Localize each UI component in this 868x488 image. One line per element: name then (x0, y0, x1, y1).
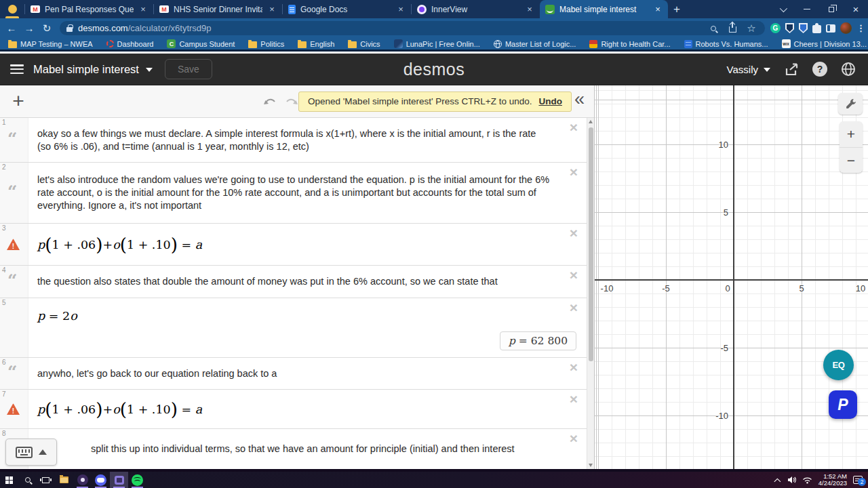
scrollbar-thumb[interactable] (589, 127, 593, 361)
bookmark-star-icon[interactable] (745, 22, 758, 35)
zoom-out-button[interactable] (840, 147, 863, 173)
graph-paper[interactable]: -10 -5 0 5 10 10 5 -5 -10 P (595, 85, 868, 469)
equatio-button[interactable] (823, 350, 854, 380)
tray-expand-icon[interactable] (774, 478, 781, 485)
minimize-button[interactable] (795, 0, 819, 18)
tab-close-icon[interactable] (525, 5, 534, 14)
row-gutter[interactable]: 1 (0, 118, 28, 162)
add-expression-button[interactable] (7, 89, 30, 113)
row-gutter[interactable]: 6 (0, 358, 28, 389)
zoom-in-button[interactable] (840, 121, 863, 147)
bookmark-campus-student[interactable]: Campus Student (167, 39, 235, 48)
keyboard-toggle-button[interactable] (5, 439, 57, 466)
wifi-icon[interactable] (802, 476, 812, 484)
graph-settings-button[interactable] (838, 93, 863, 115)
expression-row-4[interactable]: 4 the question also states that double t… (0, 266, 587, 298)
expression-row-5[interactable]: 5 p = 2o p = 62 800 (0, 298, 587, 358)
delete-expression-icon[interactable] (570, 165, 578, 179)
menu-hamburger-icon[interactable] (10, 64, 24, 74)
tab-close-icon[interactable] (653, 5, 663, 14)
shield-extension-icon-2[interactable] (799, 23, 808, 33)
bookmark-cheers[interactable]: Cheers | Division 13... (782, 39, 867, 48)
bookmark-lunapic[interactable]: LunaPic | Free Onlin... (394, 39, 480, 48)
tab-close-icon[interactable] (396, 5, 406, 14)
bookmark-master-list[interactable]: Master List of Logic... (494, 40, 576, 48)
tab-nhs-dinner[interactable]: NHS Senior Dinner Invitation - va (154, 0, 282, 18)
bookmark-dashboard[interactable]: Dashboard (106, 40, 154, 48)
browser-menu-icon[interactable] (856, 23, 863, 33)
language-globe-icon[interactable] (841, 62, 856, 77)
expression-row-7[interactable]: 7 p(1 + .06)+o(1 + .10) = a (0, 390, 587, 429)
collapse-panel-icon[interactable] (574, 89, 585, 110)
tab-innerview[interactable]: InnerView (412, 0, 540, 18)
new-tab-button[interactable] (668, 0, 686, 18)
zoom-icon[interactable] (707, 22, 720, 35)
grammarly-icon[interactable] (770, 23, 781, 33)
delete-expression-icon[interactable] (570, 361, 578, 374)
save-button[interactable]: Save (165, 59, 212, 79)
expression-row-2[interactable]: 2 let's also introduce the random values… (0, 163, 587, 224)
graph-title[interactable]: Mabel simple interest (33, 63, 139, 76)
expression-row-8[interactable]: 8 split this up into individual terms, s… (0, 429, 587, 469)
bookmark-english[interactable]: English (298, 40, 334, 48)
expression-content[interactable]: let's also introduce the random values w… (28, 163, 587, 223)
taskbar-clock[interactable]: 1:52 AM 4/24/2023 (818, 473, 847, 487)
expression-row-1[interactable]: 1 okay so a few things we must declare. … (0, 118, 587, 163)
bookmark-politics[interactable]: Politics (248, 40, 284, 48)
discord-button[interactable] (92, 472, 110, 488)
spotify-button[interactable] (128, 472, 146, 488)
account-menu[interactable]: Vassily (727, 64, 770, 75)
bookmark-map-testing[interactable]: MAP Testing – NWEA (8, 40, 93, 48)
undo-link[interactable]: Undo (538, 96, 562, 106)
row-gutter[interactable]: 7 (0, 390, 28, 428)
forward-button[interactable] (20, 22, 38, 34)
close-button[interactable] (844, 0, 868, 18)
scroll-up-arrow[interactable] (589, 120, 593, 123)
warning-triangle-icon[interactable] (7, 239, 20, 250)
active-app-button[interactable] (110, 472, 128, 488)
delete-expression-icon[interactable] (570, 392, 578, 406)
row-gutter[interactable]: 3 (0, 224, 28, 265)
tab-mabel-simple-interest[interactable]: Mabel simple interest (540, 0, 668, 18)
purple-app-button[interactable] (73, 472, 92, 488)
volume-icon[interactable] (787, 476, 796, 484)
title-caret-icon[interactable] (146, 68, 153, 72)
delete-expression-icon[interactable] (570, 301, 578, 314)
delete-expression-icon[interactable] (570, 121, 578, 134)
expression-content[interactable]: the question also states that double the… (28, 266, 587, 298)
start-button[interactable] (0, 472, 18, 488)
expression-row-3[interactable]: 3 p(1 + .06)+o(1 + .10) = a (0, 224, 587, 266)
side-panel-icon[interactable] (826, 24, 835, 33)
expression-content[interactable]: p = 2o p = 62 800 (28, 298, 587, 357)
back-button[interactable] (3, 22, 20, 34)
extensions-puzzle-icon[interactable] (812, 25, 821, 33)
shield-extension-icon[interactable] (785, 23, 794, 33)
expression-content[interactable]: p(1 + .06)+o(1 + .10) = a (28, 390, 587, 428)
delete-expression-icon[interactable] (570, 226, 578, 240)
expression-content[interactable]: split this up into individual terms, so … (28, 429, 587, 469)
expression-content[interactable]: anywho, let's go back to our equation re… (28, 358, 587, 389)
bookmark-civics[interactable]: Civics (348, 40, 380, 48)
bookmark-robots-vs-humans[interactable]: Robots Vs. Humans... (684, 40, 768, 48)
delete-expression-icon[interactable] (570, 268, 578, 282)
maximize-button[interactable] (819, 0, 844, 18)
share-icon[interactable] (726, 22, 739, 35)
pinned-tab[interactable] (0, 0, 24, 18)
tab-google-docs[interactable]: Google Docs (283, 0, 411, 18)
expression-scrollbar[interactable] (587, 118, 594, 469)
share-graph-icon[interactable] (784, 63, 799, 76)
tab-close-icon[interactable] (267, 5, 277, 14)
row-gutter[interactable]: 2 (0, 163, 28, 223)
row-gutter[interactable]: 4 (0, 266, 28, 298)
tab-pen-pal[interactable]: Pen Pal Responses Question - va (25, 0, 153, 18)
redo-icon[interactable] (285, 96, 298, 106)
profile-avatar[interactable] (840, 22, 852, 34)
tab-search-button[interactable] (770, 0, 795, 18)
taskbar-search-button[interactable] (18, 472, 37, 488)
undo-icon[interactable] (263, 96, 277, 106)
row-gutter[interactable]: 5 (0, 298, 28, 357)
reload-button[interactable] (38, 22, 56, 35)
tab-close-icon[interactable] (138, 5, 148, 14)
notification-center-icon[interactable]: 2 (853, 476, 863, 484)
scroll-down-arrow[interactable] (589, 464, 593, 467)
